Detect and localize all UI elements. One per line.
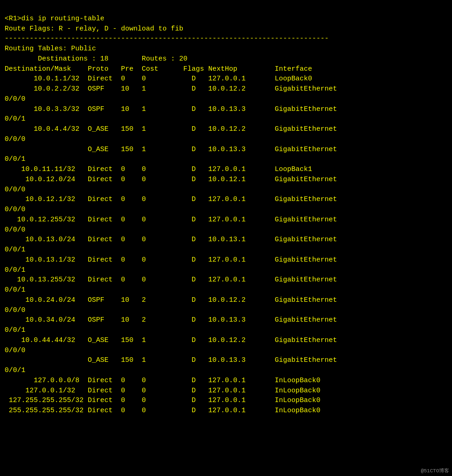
- terminal-line: 127.0.0.0/8 Direct 0 0 D 127.0.0.1 InLoo…: [5, 376, 447, 386]
- terminal-line: 0/0/0: [5, 205, 447, 215]
- terminal-line: 10.0.2.2/32 OSPF 10 1 D 10.0.12.2 Gigabi…: [5, 84, 447, 94]
- terminal-line: 10.0.4.4/32 O_ASE 150 1 D 10.0.12.2 Giga…: [5, 124, 447, 134]
- terminal-line: O_ASE 150 1 D 10.0.13.3 GigabitEthernet: [5, 355, 447, 366]
- terminal-line: 0/0/1: [5, 154, 447, 165]
- terminal-line: 127.255.255.255/32 Direct 0 0 D 127.0.0.…: [5, 396, 447, 406]
- terminal-line: ----------------------------------------…: [5, 34, 447, 44]
- terminal-line: 10.0.13.1/32 Direct 0 0 D 127.0.0.1 Giga…: [5, 255, 447, 265]
- terminal-line: 0/0/0: [5, 185, 447, 195]
- terminal-line: 10.0.13.0/24 Direct 0 0 D 10.0.13.1 Giga…: [5, 235, 447, 245]
- watermark: @51CTO博客: [421, 467, 449, 474]
- terminal-line: 0/0/0: [5, 346, 447, 356]
- terminal-line: Route Flags: R - relay, D - download to …: [5, 24, 447, 34]
- terminal-output: <R1>dis ip routing-tableRoute Flags: R -…: [5, 4, 447, 416]
- terminal-line: 0/0/1: [5, 285, 447, 295]
- terminal-line: 0/0/0: [5, 225, 447, 235]
- terminal-line: Destination/Mask Proto Pre Cost Flags Ne…: [5, 64, 447, 74]
- terminal-line: O_ASE 150 1 D 10.0.13.3 GigabitEthernet: [5, 145, 447, 155]
- terminal-line: Destinations : 18 Routes : 20: [5, 54, 447, 64]
- terminal-line: 10.0.12.255/32 Direct 0 0 D 127.0.0.1 Gi…: [5, 215, 447, 225]
- terminal-line: 10.0.1.1/32 Direct 0 0 D 127.0.0.1 LoopB…: [5, 74, 447, 84]
- terminal-line: 0/0/0: [5, 94, 447, 104]
- terminal-line: 10.0.12.0/24 Direct 0 0 D 10.0.12.1 Giga…: [5, 175, 447, 185]
- terminal-line: 0/0/0: [5, 305, 447, 316]
- terminal-line: 10.0.34.0/24 OSPF 10 2 D 10.0.13.3 Gigab…: [5, 315, 447, 325]
- terminal-line: <R1>dis ip routing-table: [5, 14, 447, 24]
- terminal-line: 255.255.255.255/32 Direct 0 0 D 127.0.0.…: [5, 406, 447, 416]
- terminal-line: 10.0.13.255/32 Direct 0 0 D 127.0.0.1 Gi…: [5, 275, 447, 285]
- terminal-line: 10.0.11.11/32 Direct 0 0 D 127.0.0.1 Loo…: [5, 165, 447, 175]
- terminal-line: 0/0/1: [5, 114, 447, 124]
- terminal-line: 0/0/1: [5, 366, 447, 376]
- terminal-line: 127.0.0.1/32 Direct 0 0 D 127.0.0.1 InLo…: [5, 386, 447, 396]
- terminal-line: 10.0.24.0/24 OSPF 10 2 D 10.0.12.2 Gigab…: [5, 295, 447, 305]
- terminal-line: 0/0/1: [5, 265, 447, 275]
- terminal-line: 0/0/0: [5, 134, 447, 145]
- terminal-line: 10.0.12.1/32 Direct 0 0 D 127.0.0.1 Giga…: [5, 195, 447, 205]
- terminal-line: 10.0.3.3/32 OSPF 10 1 D 10.0.13.3 Gigabi…: [5, 104, 447, 115]
- terminal-line: 0/0/1: [5, 325, 447, 336]
- terminal-line: 10.0.44.44/32 O_ASE 150 1 D 10.0.12.2 Gi…: [5, 336, 447, 346]
- terminal-line: Routing Tables: Public: [5, 44, 447, 54]
- terminal-line: 0/0/1: [5, 245, 447, 255]
